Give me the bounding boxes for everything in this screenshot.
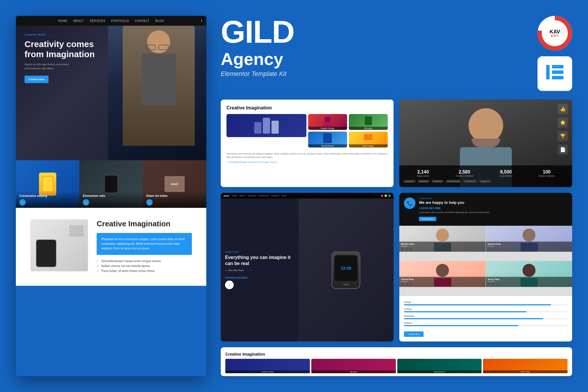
skill-coding-bar: [404, 311, 568, 312]
main-container: HOME ABOUT SERVICES PORTFOLIO CONTACT BL…: [0, 0, 588, 392]
member-4-overlay: Sissy Talat Designer: [486, 277, 572, 287]
logo-4: LOGOLIPSUM: [446, 180, 461, 183]
team-grid: Martha Vela Designer: [399, 226, 572, 296]
portfolio-right-panel: 12:30: [299, 199, 394, 341]
stat-label-3: Hours Worked: [499, 175, 512, 177]
contact-cta-btn[interactable]: Contact Now: [419, 217, 436, 221]
logo-5: LOGOIPSUM: [463, 180, 477, 183]
skill-analysis: Analysis: [404, 322, 568, 326]
portfolio-page-down-btn[interactable]: ↓: [225, 281, 234, 289]
skills-section: Design Coding Marketing: [399, 296, 572, 341]
brand-subtitle: Agency: [221, 51, 538, 68]
skill-coding-label: Coding: [404, 308, 568, 310]
stats-overlay: 2,140 Happy Clients 2,580 Projects Compl…: [399, 165, 572, 187]
previews-grid: Creative Imagination: [221, 100, 572, 341]
hero-dashes: ————: [48, 34, 59, 37]
social-icon-ig-3[interactable]: [409, 283, 412, 286]
bottom-grid-item-4: Web Design: [483, 359, 568, 373]
hero-title: Creativity comes from Imagination: [25, 39, 100, 59]
contact-title: We are happy to help you: [419, 200, 568, 205]
skills-contact-btn[interactable]: Contact Now: [404, 331, 424, 337]
social-icon-fb-2[interactable]: [488, 248, 490, 251]
watch-image: [104, 175, 118, 193]
skill-coding-fill: [404, 311, 527, 312]
skill-design-fill: [404, 304, 551, 305]
skill-marketing: Marketing: [404, 315, 568, 319]
member-2-socials: [488, 248, 570, 251]
portfolio-page-subtitle: — The Gild Team: [225, 269, 294, 272]
member-3-name: Vivren Rola: [401, 278, 484, 281]
stat-articles: 100 Articles Published: [539, 170, 555, 177]
stat-hours: 8,500 Hours Worked: [499, 170, 512, 177]
contact-section: 📞 Creative Work We are happy to help you…: [399, 193, 572, 226]
social-icon-tw[interactable]: [405, 248, 408, 251]
nav-item-contact[interactable]: CONTACT: [135, 19, 149, 23]
card-1: Consectetur adiping →: [16, 160, 79, 208]
card-3-overlay: Etiam dui tellus →: [143, 191, 206, 208]
stat-number-4: 100: [539, 170, 555, 174]
nav-item-services[interactable]: SERVICES: [90, 19, 105, 23]
portfolio-team-item: [226, 114, 306, 137]
hero-subtitle: Mauris ac odio eget lectus consectetur a…: [25, 63, 82, 70]
skill-marketing-label: Marketing: [404, 315, 568, 317]
card-1-arrow[interactable]: →: [19, 199, 26, 206]
member-1-socials: [401, 248, 484, 251]
member-1-name: Martha Vela: [401, 243, 484, 245]
bottom-section-title: Creative Imagination: [97, 219, 192, 228]
kavart-text-kav: KAV: [550, 29, 560, 34]
member-4-role: Designer: [488, 281, 570, 282]
social-icon-fb[interactable]: [401, 248, 404, 251]
bottom-grid-item-3: Advertisement: [397, 359, 482, 373]
mini-nav-services: SERVICES: [248, 195, 256, 197]
svg-rect-2: [552, 70, 563, 74]
card-1-title: Consectetur adiping: [19, 194, 76, 197]
card-2-arrow[interactable]: →: [83, 199, 89, 206]
stat-label-4: Articles Published: [539, 175, 555, 177]
nav-item-portfolio[interactable]: PORTFOLIO: [111, 19, 129, 23]
team-member-1: Martha Vela Designer: [399, 226, 486, 252]
social-icon-fb-4[interactable]: [488, 283, 490, 286]
portfolio-left-panel: Creative Works Everything you can imagin…: [221, 199, 299, 341]
social-icon-fb-3[interactable]: [401, 283, 404, 286]
social-icon-tw-4[interactable]: [492, 283, 495, 286]
social-icon-ig-2[interactable]: [496, 248, 499, 251]
logo-2: logolipsum: [418, 180, 430, 183]
social-icon-ig[interactable]: [409, 248, 412, 251]
card-1-overlay: Consectetur adiping →: [16, 191, 79, 208]
mini-nav-about: ABOUT: [239, 195, 246, 197]
kavart-logo: KAV ART: [538, 16, 572, 51]
skill-analysis-fill: [404, 325, 518, 326]
nav-item-about[interactable]: ABOUT: [73, 19, 84, 23]
mini-nav-portfolio: PORTFOLIO: [259, 195, 269, 197]
preview-card-1-title: Creative Imagination: [226, 105, 388, 111]
bottom-preview-creative: Creative Imagination Graphic Design Mock…: [221, 347, 572, 376]
portfolio-grid: Graphic Design Mockups Advertisemen: [226, 114, 388, 149]
contact-phone: +1234-567-890: [419, 206, 568, 210]
kavart-outer-ring: KAV ART: [538, 16, 572, 51]
brand-description: Elementor Template Kit: [221, 70, 538, 78]
card-2: Elementum odio →: [79, 160, 143, 208]
hero-cta-button[interactable]: Contact Now: [25, 76, 48, 83]
stat-happy-clients: 2,140 Happy Clients: [417, 170, 430, 177]
skill-analysis-bar: [404, 325, 568, 326]
svg-rect-3: [552, 76, 563, 79]
logo-6: logolipsum: [479, 180, 491, 183]
member-3-overlay: Vivren Rola Designer: [399, 277, 486, 287]
bottom-image: [30, 219, 88, 271]
social-icon-ig-4[interactable]: [496, 283, 499, 286]
skill-design: Design: [404, 301, 568, 305]
social-icon-tw-2[interactable]: [492, 248, 495, 251]
check-icon-3: ✓: [97, 269, 99, 272]
member-4-socials: [488, 283, 570, 286]
stat-number-1: 2,140: [417, 170, 430, 174]
card-3-arrow[interactable]: →: [146, 199, 153, 206]
nav-item-blog[interactable]: BLOG: [155, 19, 164, 23]
member-1-overlay: Martha Vela Designer: [399, 242, 486, 252]
card-3: nouri Etiam dui tellus →: [143, 160, 206, 208]
mini-nav-home: HOME: [232, 195, 237, 197]
hero-person-image: [108, 16, 206, 160]
nav-facebook-icon[interactable]: f: [201, 19, 202, 23]
nav-item-home[interactable]: HOME: [58, 19, 68, 23]
social-icon-tw-3[interactable]: [405, 283, 408, 286]
team-member-3: Vivren Rola Designer: [399, 261, 486, 287]
